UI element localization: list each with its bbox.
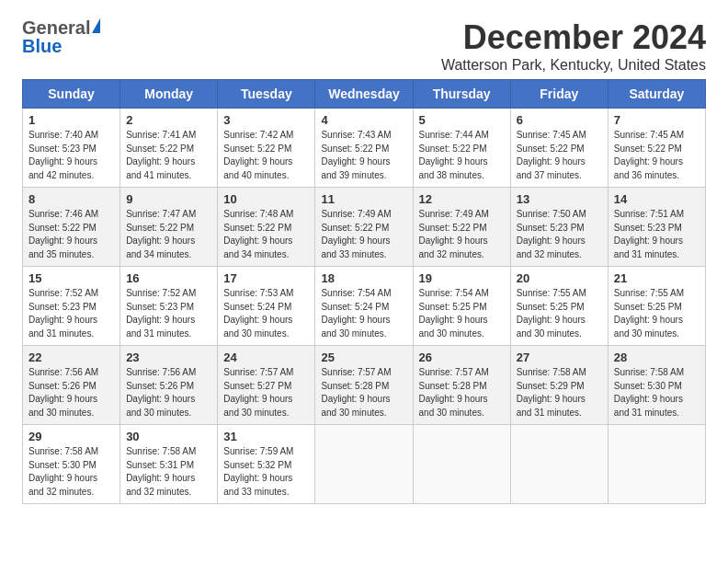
day-info: Sunrise: 7:49 AM Sunset: 5:22 PM Dayligh…	[321, 209, 391, 259]
logo-general: General	[22, 18, 90, 37]
calendar-cell: 3 Sunrise: 7:42 AM Sunset: 5:22 PM Dayli…	[218, 109, 315, 188]
calendar-cell: 21 Sunrise: 7:55 AM Sunset: 5:25 PM Dayl…	[608, 267, 705, 346]
calendar-day-header: Monday	[120, 80, 218, 109]
calendar-day-header: Tuesday	[218, 80, 315, 109]
calendar-cell: 29 Sunrise: 7:58 AM Sunset: 5:30 PM Dayl…	[23, 425, 120, 504]
calendar-day-header: Saturday	[608, 80, 705, 109]
day-number: 28	[614, 350, 700, 364]
calendar-cell: 13 Sunrise: 7:50 AM Sunset: 5:23 PM Dayl…	[510, 188, 608, 267]
day-number: 31	[223, 430, 309, 443]
calendar-week-row: 22 Sunrise: 7:56 AM Sunset: 5:26 PM Dayl…	[23, 346, 706, 425]
day-info: Sunrise: 7:52 AM Sunset: 5:23 PM Dayligh…	[126, 288, 196, 339]
day-info: Sunrise: 7:49 AM Sunset: 5:22 PM Dayligh…	[419, 209, 489, 259]
day-info: Sunrise: 7:50 AM Sunset: 5:23 PM Dayligh…	[517, 209, 586, 259]
calendar-cell: 12 Sunrise: 7:49 AM Sunset: 5:22 PM Dayl…	[413, 188, 510, 267]
day-number: 21	[614, 271, 700, 285]
day-info: Sunrise: 7:57 AM Sunset: 5:27 PM Dayligh…	[223, 367, 293, 418]
day-number: 15	[28, 271, 114, 285]
day-info: Sunrise: 7:54 AM Sunset: 5:25 PM Dayligh…	[419, 288, 489, 339]
calendar-cell: 6 Sunrise: 7:45 AM Sunset: 5:22 PM Dayli…	[510, 109, 608, 188]
calendar-table: SundayMondayTuesdayWednesdayThursdayFrid…	[22, 79, 706, 504]
calendar-cell: 18 Sunrise: 7:54 AM Sunset: 5:24 PM Dayl…	[315, 267, 413, 346]
calendar-week-row: 29 Sunrise: 7:58 AM Sunset: 5:30 PM Dayl…	[23, 425, 706, 504]
logo-blue: Blue	[22, 37, 62, 55]
calendar-cell: 8 Sunrise: 7:46 AM Sunset: 5:22 PM Dayli…	[23, 188, 120, 267]
calendar-cell: 17 Sunrise: 7:53 AM Sunset: 5:24 PM Dayl…	[218, 267, 315, 346]
page-title: December 2024	[441, 18, 706, 57]
calendar-week-row: 1 Sunrise: 7:40 AM Sunset: 5:23 PM Dayli…	[23, 109, 706, 188]
calendar-cell: 26 Sunrise: 7:57 AM Sunset: 5:28 PM Dayl…	[413, 346, 510, 425]
calendar-cell	[315, 425, 413, 504]
day-info: Sunrise: 7:46 AM Sunset: 5:22 PM Dayligh…	[28, 209, 98, 259]
day-info: Sunrise: 7:44 AM Sunset: 5:22 PM Dayligh…	[419, 130, 489, 180]
day-number: 5	[419, 113, 505, 127]
day-info: Sunrise: 7:40 AM Sunset: 5:23 PM Dayligh…	[28, 130, 98, 180]
day-info: Sunrise: 7:57 AM Sunset: 5:28 PM Dayligh…	[419, 367, 489, 418]
day-info: Sunrise: 7:55 AM Sunset: 5:25 PM Dayligh…	[517, 288, 586, 339]
calendar-cell	[510, 425, 608, 504]
calendar-cell: 16 Sunrise: 7:52 AM Sunset: 5:23 PM Dayl…	[120, 267, 218, 346]
calendar-cell: 9 Sunrise: 7:47 AM Sunset: 5:22 PM Dayli…	[120, 188, 218, 267]
day-number: 19	[419, 271, 505, 285]
day-info: Sunrise: 7:41 AM Sunset: 5:22 PM Dayligh…	[126, 130, 196, 180]
day-number: 26	[419, 350, 505, 364]
day-number: 4	[321, 113, 406, 127]
logo: General Blue	[22, 18, 100, 55]
day-info: Sunrise: 7:51 AM Sunset: 5:23 PM Dayligh…	[614, 209, 684, 259]
day-info: Sunrise: 7:58 AM Sunset: 5:31 PM Dayligh…	[126, 446, 196, 497]
calendar-week-row: 15 Sunrise: 7:52 AM Sunset: 5:23 PM Dayl…	[23, 267, 706, 346]
page-subtitle: Watterson Park, Kentucky, United States	[441, 57, 706, 74]
day-number: 18	[321, 271, 406, 285]
logo-icon	[92, 18, 100, 33]
calendar-day-header: Friday	[510, 80, 608, 109]
calendar-cell: 31 Sunrise: 7:59 AM Sunset: 5:32 PM Dayl…	[218, 425, 315, 504]
calendar-cell: 28 Sunrise: 7:58 AM Sunset: 5:30 PM Dayl…	[608, 346, 705, 425]
calendar-day-header: Sunday	[23, 80, 120, 109]
title-area: December 2024 Watterson Park, Kentucky, …	[441, 18, 706, 74]
day-number: 11	[321, 192, 406, 206]
calendar-cell: 20 Sunrise: 7:55 AM Sunset: 5:25 PM Dayl…	[510, 267, 608, 346]
calendar-cell: 11 Sunrise: 7:49 AM Sunset: 5:22 PM Dayl…	[315, 188, 413, 267]
calendar-cell	[413, 425, 510, 504]
calendar-day-header: Wednesday	[315, 80, 413, 109]
calendar-cell: 25 Sunrise: 7:57 AM Sunset: 5:28 PM Dayl…	[315, 346, 413, 425]
calendar-cell: 23 Sunrise: 7:56 AM Sunset: 5:26 PM Dayl…	[120, 346, 218, 425]
day-info: Sunrise: 7:55 AM Sunset: 5:25 PM Dayligh…	[614, 288, 684, 339]
calendar-cell: 22 Sunrise: 7:56 AM Sunset: 5:26 PM Dayl…	[23, 346, 120, 425]
day-info: Sunrise: 7:52 AM Sunset: 5:23 PM Dayligh…	[28, 288, 98, 339]
day-number: 20	[517, 271, 602, 285]
day-info: Sunrise: 7:58 AM Sunset: 5:30 PM Dayligh…	[28, 446, 98, 497]
day-number: 23	[126, 350, 211, 364]
day-number: 9	[126, 192, 211, 206]
day-number: 2	[126, 113, 211, 127]
day-info: Sunrise: 7:54 AM Sunset: 5:24 PM Dayligh…	[321, 288, 391, 339]
day-number: 6	[517, 113, 602, 127]
calendar-cell: 27 Sunrise: 7:58 AM Sunset: 5:29 PM Dayl…	[510, 346, 608, 425]
calendar-cell	[608, 425, 705, 504]
calendar-day-header: Thursday	[413, 80, 510, 109]
day-number: 1	[28, 113, 114, 127]
day-info: Sunrise: 7:42 AM Sunset: 5:22 PM Dayligh…	[223, 130, 293, 180]
calendar-cell: 2 Sunrise: 7:41 AM Sunset: 5:22 PM Dayli…	[120, 109, 218, 188]
calendar-cell: 30 Sunrise: 7:58 AM Sunset: 5:31 PM Dayl…	[120, 425, 218, 504]
calendar-cell: 5 Sunrise: 7:44 AM Sunset: 5:22 PM Dayli…	[413, 109, 510, 188]
day-info: Sunrise: 7:45 AM Sunset: 5:22 PM Dayligh…	[614, 130, 684, 180]
day-number: 10	[223, 192, 309, 206]
calendar-cell: 10 Sunrise: 7:48 AM Sunset: 5:22 PM Dayl…	[218, 188, 315, 267]
calendar-cell: 15 Sunrise: 7:52 AM Sunset: 5:23 PM Dayl…	[23, 267, 120, 346]
calendar-cell: 1 Sunrise: 7:40 AM Sunset: 5:23 PM Dayli…	[23, 109, 120, 188]
day-info: Sunrise: 7:57 AM Sunset: 5:28 PM Dayligh…	[321, 367, 391, 418]
day-number: 7	[614, 113, 700, 127]
day-number: 3	[223, 113, 309, 127]
day-number: 16	[126, 271, 211, 285]
calendar-cell: 7 Sunrise: 7:45 AM Sunset: 5:22 PM Dayli…	[608, 109, 705, 188]
day-number: 22	[28, 350, 114, 364]
day-number: 27	[517, 350, 602, 364]
day-number: 29	[28, 430, 114, 443]
day-info: Sunrise: 7:43 AM Sunset: 5:22 PM Dayligh…	[321, 130, 391, 180]
day-number: 14	[614, 192, 700, 206]
day-number: 25	[321, 350, 406, 364]
day-info: Sunrise: 7:47 AM Sunset: 5:22 PM Dayligh…	[126, 209, 196, 259]
day-number: 30	[126, 430, 211, 443]
day-number: 13	[517, 192, 602, 206]
